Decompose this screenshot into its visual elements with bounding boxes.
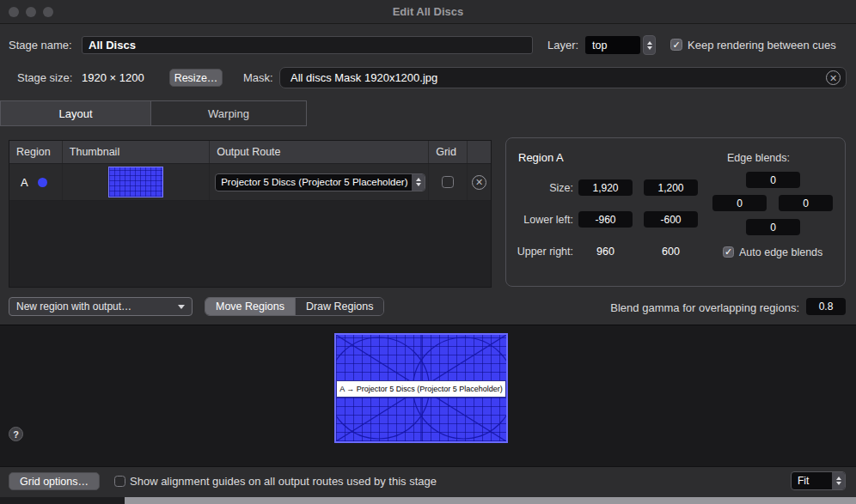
mask-field[interactable]: All discs Mask 1920x1200.jpg ✕ (279, 67, 847, 88)
table-row[interactable]: A Projector 5 Discs (Projector 5 Placeho… (9, 164, 491, 201)
layer-stepper[interactable] (643, 35, 656, 55)
new-region-dropdown[interactable]: New region with output… (9, 297, 193, 316)
background-window-corner (0, 497, 125, 504)
upper-right-x-value: 960 (578, 246, 633, 258)
output-route-value: Projector 5 Discs (Projector 5 Placehold… (216, 174, 412, 191)
stage-name-label: Stage name: (9, 39, 72, 52)
resize-button[interactable]: Resize… (169, 69, 223, 87)
column-header-grid: Grid (429, 141, 468, 163)
edge-blend-left-field[interactable]: 0 (712, 195, 767, 211)
chevron-down-icon (178, 305, 185, 309)
alignment-guides-checkbox[interactable] (114, 476, 125, 487)
edit-stage-dialog: Edit All Discs Stage name: Layer: top Ke… (0, 0, 856, 504)
chevron-up-icon (647, 41, 652, 45)
chevron-up-icon (836, 477, 841, 480)
select-stepper-icon (832, 472, 845, 489)
blend-gamma-label: Blend gamma for overlapping regions: (610, 301, 799, 314)
column-header-output-route: Output Route (210, 141, 429, 163)
zoom-select[interactable]: Fit (791, 471, 846, 490)
stage-name-input[interactable] (82, 36, 533, 54)
lower-left-label: Lower left: (511, 214, 573, 226)
stage-size-value: 1920 × 1200 (82, 71, 144, 84)
region-table-header: Region Thumbnail Output Route Grid (9, 141, 491, 164)
region-panel-title: Region A (518, 151, 564, 164)
edge-blend-top-field[interactable]: 0 (746, 172, 800, 188)
mask-value: All discs Mask 1920x1200.jpg (280, 71, 826, 84)
chevron-down-icon (836, 482, 841, 485)
region-mode-segmented-control: Move Regions Draw Regions (205, 297, 384, 316)
column-header-thumbnail: Thumbnail (63, 141, 210, 163)
grid-checkbox[interactable] (442, 176, 454, 188)
edge-blends-label: Edge blends: (727, 152, 790, 164)
minimize-button[interactable] (26, 7, 36, 17)
blend-gamma-field[interactable]: 0.8 (806, 298, 846, 315)
tab-layout[interactable]: Layout (0, 100, 151, 126)
chevron-up-icon (416, 178, 421, 181)
size-height-field[interactable]: 1,200 (644, 179, 698, 196)
lower-left-y-field[interactable]: -600 (644, 211, 698, 228)
region-table: Region Thumbnail Output Route Grid A Pro… (9, 140, 492, 288)
region-color-swatch[interactable] (38, 178, 47, 187)
mask-label: Mask: (243, 71, 273, 84)
lower-left-x-field[interactable]: -960 (578, 211, 633, 228)
move-regions-button[interactable]: Move Regions (205, 298, 295, 315)
title-bar: Edit All Discs (0, 0, 856, 24)
chevron-down-icon (416, 183, 421, 186)
auto-edge-blends-checkbox[interactable] (723, 246, 734, 258)
layer-label: Layer: (547, 39, 578, 52)
size-label: Size: (511, 182, 573, 194)
clear-mask-button[interactable]: ✕ (826, 70, 841, 85)
zoom-value: Fit (792, 472, 832, 489)
region-thumbnail (108, 167, 163, 197)
region-panel: Region A Edge blends: Size: 1,920 1,200 … (505, 137, 846, 287)
draw-regions-button[interactable]: Draw Regions (295, 298, 384, 315)
tab-warping[interactable]: Warping (151, 100, 307, 126)
region-table-empty-area (9, 201, 491, 287)
region-preview[interactable]: A → Projector 5 Discs (Projector 5 Place… (334, 333, 508, 443)
keep-rendering-checkbox[interactable] (670, 39, 682, 51)
upper-right-y-value: 600 (644, 246, 698, 258)
stage-canvas[interactable]: A → Projector 5 Discs (Projector 5 Place… (0, 325, 856, 466)
output-route-select[interactable]: Projector 5 Discs (Projector 5 Placehold… (215, 173, 425, 191)
close-button[interactable] (9, 7, 19, 17)
remove-region-button[interactable]: ✕ (472, 175, 486, 190)
select-stepper-icon (412, 174, 425, 191)
grid-options-button[interactable]: Grid options… (9, 472, 100, 490)
auto-edge-blends-label: Auto edge blends (739, 246, 822, 258)
size-width-field[interactable]: 1,920 (578, 179, 633, 196)
help-button[interactable]: ? (9, 427, 23, 441)
stage-size-label: Stage size: (17, 71, 72, 84)
upper-right-label: Upper right: (511, 246, 573, 258)
column-header-region: Region (9, 141, 63, 163)
alignment-guides-label: Show alignment guides on all output rout… (130, 475, 437, 488)
region-name: A (21, 176, 28, 189)
layer-select[interactable]: top (585, 36, 640, 54)
chevron-down-icon (647, 46, 652, 50)
layer-value: top (592, 39, 607, 52)
footer-bar: Grid options… Show alignment guides on a… (0, 466, 856, 497)
new-region-dropdown-label: New region with output… (16, 301, 131, 313)
zoom-button[interactable] (43, 7, 53, 17)
column-header-actions (468, 141, 491, 163)
edge-blend-bottom-field[interactable]: 0 (746, 219, 800, 235)
edge-blend-right-field[interactable]: 0 (779, 195, 833, 211)
region-route-label: A → Projector 5 Discs (Projector 5 Place… (336, 380, 506, 398)
window-title: Edit All Discs (0, 0, 856, 24)
keep-rendering-label: Keep rendering between cues (688, 39, 836, 52)
background-window-strip (0, 497, 856, 504)
